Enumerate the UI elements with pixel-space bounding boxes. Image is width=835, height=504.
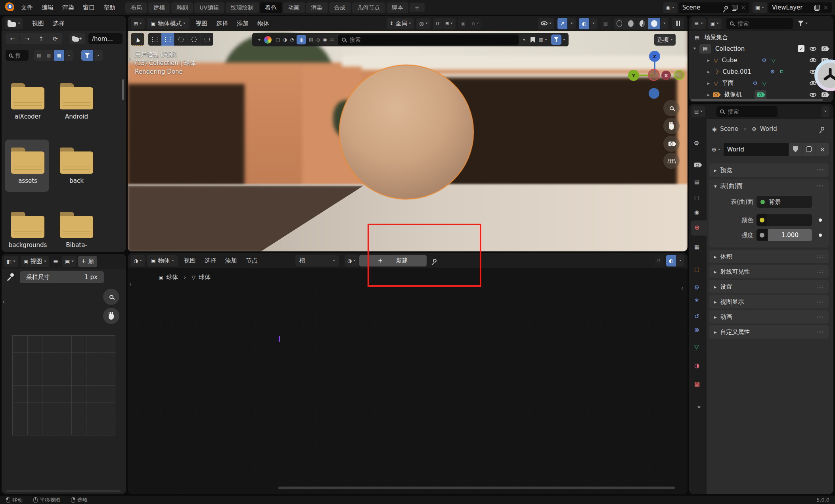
animate-dot-icon[interactable] [819,218,822,222]
file-item-backgrounds[interactable]: backgrounds [6,212,50,249]
outliner-hscrollbar[interactable] [691,99,823,101]
tool-options-dropdown[interactable]: 选项 [654,34,676,46]
filter-material-icon[interactable]: ◑ [283,37,287,42]
tab-compositing[interactable]: 合成 [329,2,351,13]
strength-socket-button[interactable] [756,229,768,241]
outliner-row-scene-collection[interactable]: ▤ 场景集合 [689,32,833,43]
outliner-display-mode-dropdown[interactable]: ▣ [708,18,722,29]
image-browse-button[interactable]: ▣ [62,256,77,267]
new-folder-button[interactable]: + [69,33,85,44]
tab-scene[interactable]: ◉ [694,209,699,215]
gizmo-center[interactable] [648,69,660,81]
pin-id-icon[interactable] [820,126,825,131]
panel-surface-header[interactable]: ▾ 表(曲)面 ∷∷ [709,179,829,193]
overlays-dropdown[interactable] [590,18,598,29]
eyedropper-icon[interactable] [6,273,14,281]
shader-scrollbar[interactable] [278,487,675,489]
file-item-assets[interactable]: assets [6,148,50,184]
tab-modeling[interactable]: 建模 [148,2,170,13]
panel-drag-dots[interactable]: ∷∷ [817,184,824,189]
sample-scrollbar[interactable] [6,490,121,492]
shader-menu-view[interactable]: 视图 [180,253,200,268]
fake-user-button[interactable] [789,143,802,156]
outliner-search-field[interactable] [726,18,793,29]
viewport-menu-select[interactable]: 选择 [212,16,232,31]
file-item-bibata[interactable]: Bibata- [55,212,98,249]
shading-dropdown[interactable] [661,18,668,29]
copy-datablock-button[interactable] [802,143,816,156]
filter-light-icon[interactable]: ▤ [309,37,313,42]
transform-orientation-dropdown[interactable]: ↕全局 [387,18,414,29]
tab-layout[interactable]: 布局 [125,2,147,13]
outliner-filter-icon[interactable] [798,21,804,26]
snap-toggle[interactable]: ∪ [433,18,442,29]
viewport-menu-add[interactable]: 添加 [232,16,253,31]
tab-view-layer[interactable]: ▢ [694,194,699,201]
display-mode-dropdown[interactable] [65,50,73,61]
copy-scene-icon[interactable] [732,5,737,11]
filter-brush-icon[interactable]: ◔ [290,37,294,42]
panel-drag-dots[interactable]: ∷∷ [817,168,824,173]
tab-constraints[interactable]: ⊗ [694,326,699,333]
editor-type-button-properties[interactable]: ▤ [691,106,705,117]
tab-render[interactable] [694,163,701,167]
tab-rendering[interactable]: 渲染 [306,2,328,13]
color-socket-button[interactable] [756,214,768,226]
new-image-button[interactable]: +新 [78,256,97,267]
expand-arrow-icon[interactable]: ▸ [707,80,710,86]
outliner-row-collection[interactable]: ▤ Collection ✓ [689,43,833,54]
active-tool-button[interactable]: ▲ [131,33,144,46]
panel-viewport-display[interactable]: ▸视图显示∷∷ [709,295,829,309]
sphere-object[interactable] [339,65,474,199]
select-lasso-button[interactable] [188,33,200,46]
sample-size-field[interactable]: 采样尺寸 1 px [20,271,104,283]
viewport-zoom-button[interactable] [663,100,680,116]
expand-arrow-icon[interactable]: ▸ [707,57,710,63]
menu-window[interactable]: 窗口 [79,0,99,15]
display-horizontal-list-button[interactable]: ▥ [44,50,54,61]
filter-object-icon[interactable]: ▢ [276,37,280,42]
expand-arrow-icon[interactable]: ▸ [707,69,710,75]
breadcrumb-world[interactable]: World [760,125,777,132]
viewport-menu-view[interactable]: 视图 [191,16,212,31]
snap-settings-dropdown[interactable]: ⊞ [442,18,456,29]
pan-button[interactable] [103,308,119,324]
unlink-datablock-button[interactable]: × [816,143,829,156]
strength-slider[interactable]: 1.000 [768,229,812,241]
hide-eye-icon[interactable] [810,47,816,51]
tab-world[interactable]: ⊕ [694,224,699,231]
menu-file[interactable]: 文件 [17,0,37,15]
exclude-checkbox[interactable]: ✓ [798,45,804,52]
viewport-perspective-button[interactable] [663,153,680,169]
tab-modifiers[interactable]: ⚙ [694,284,699,291]
world-name-field[interactable]: World [724,143,789,156]
surface-shader-button[interactable]: 背景 [756,196,812,208]
filter-texture-icon[interactable]: ◇ [316,37,320,42]
color-value-field[interactable] [768,214,812,226]
nav-forward-button[interactable]: → [20,33,34,44]
pause-render-button[interactable] [672,18,684,29]
id-search-field[interactable] [338,34,519,45]
filter-scene-icon[interactable]: ◉ [323,37,327,42]
tab-particles[interactable]: ∗ [694,297,699,304]
tab-material[interactable]: ◑ [694,362,699,369]
image-view-menu[interactable]: ▣视图 [21,256,49,267]
tab-texture[interactable]: ▩ [694,380,700,387]
shader-menu-select[interactable]: 选择 [200,253,221,268]
outliner-row-cube001[interactable]: ▸ ☽ Cube.001 ⚙ [689,66,833,77]
browse-world-button[interactable]: ⊕ [709,143,723,156]
path-field[interactable]: /hom... [88,33,123,44]
proportional-falloff-dropdown[interactable]: ∩ [469,18,482,29]
tab-object-data[interactable]: ▽ [694,343,699,351]
xray-toggle[interactable]: ▦ [601,18,611,29]
gizmo-axis-y[interactable]: Y [628,70,639,81]
display-mode-icon[interactable]: ▥ [539,37,543,42]
menu-render[interactable]: 渲染 [58,0,79,15]
properties-search-field[interactable] [716,106,778,117]
zoom-button[interactable] [103,289,119,305]
nav-refresh-button[interactable]: ⟳ [48,33,62,44]
overlays-toggle[interactable]: ◐ [579,18,589,29]
viewport-pan-button[interactable] [663,118,680,134]
filebrowser-search-field[interactable] [6,50,29,61]
outliner-row-plane[interactable]: ▸ ▽ 平面 ⚙ ▽ [689,77,833,89]
